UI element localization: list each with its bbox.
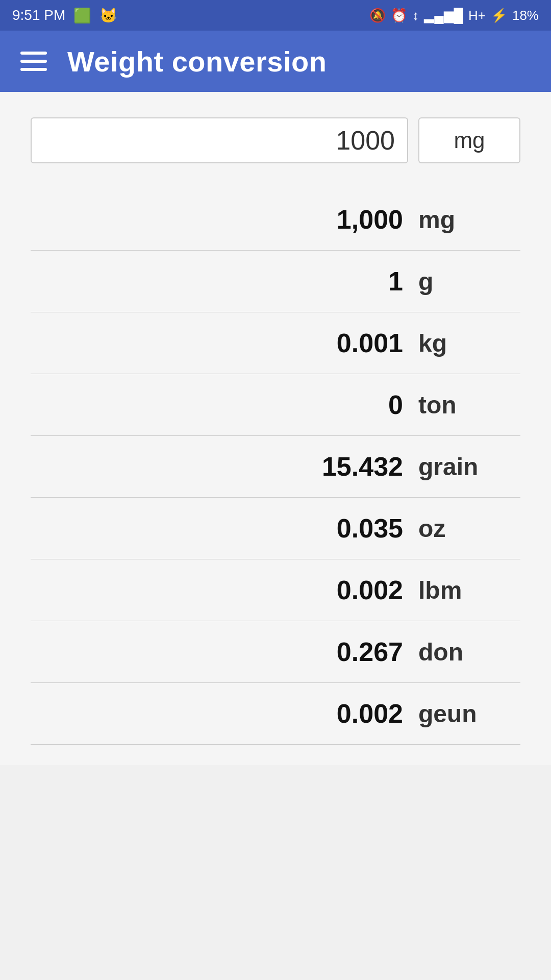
table-row: 0.035oz xyxy=(31,498,520,559)
conversion-unit: kg xyxy=(418,329,520,357)
conversion-value: 0 xyxy=(265,389,418,420)
menu-button[interactable] xyxy=(20,52,47,71)
conversion-value: 15.432 xyxy=(265,451,418,482)
conversion-value: 0.002 xyxy=(265,575,418,605)
mute-icon: 🔕 xyxy=(369,8,386,23)
conversion-unit: mg xyxy=(418,206,520,234)
conversion-value: 0.035 xyxy=(265,513,418,544)
menu-line-3 xyxy=(20,68,47,71)
notification-icon: 🟩 xyxy=(73,7,91,24)
conversion-unit: grain xyxy=(418,453,520,481)
conversion-unit: oz xyxy=(418,514,520,543)
conversion-value: 0.001 xyxy=(265,328,418,358)
conversion-value: 0.002 xyxy=(265,698,418,729)
battery-level: 18% xyxy=(512,8,539,23)
table-row: 0.002lbm xyxy=(31,559,520,621)
network-bars-icon: ▂▄▆█ xyxy=(424,8,463,23)
conversion-table: 1,000mg1g0.001kg0ton15.432grain0.035oz0.… xyxy=(31,189,520,745)
alarm-icon: ⏰ xyxy=(391,8,407,23)
menu-line-1 xyxy=(20,52,47,55)
app-header: Weight conversion xyxy=(0,31,551,92)
selected-unit: mg xyxy=(454,128,485,153)
conversion-unit: g xyxy=(418,267,520,296)
conversion-unit: don xyxy=(418,638,520,666)
conversion-value: 1 xyxy=(265,266,418,297)
conversion-unit: ton xyxy=(418,391,520,419)
table-row: 0ton xyxy=(31,374,520,436)
menu-line-2 xyxy=(20,60,47,63)
conversion-unit: geun xyxy=(418,700,520,728)
main-content: mg 1,000mg1g0.001kg0ton15.432grain0.035o… xyxy=(0,92,551,765)
table-row: 1g xyxy=(31,251,520,312)
unit-selector[interactable]: mg xyxy=(418,117,520,163)
weight-input[interactable] xyxy=(31,117,408,163)
input-row: mg xyxy=(31,117,520,163)
charging-icon: ⚡ xyxy=(491,8,507,23)
status-time: 9:51 PM xyxy=(12,7,65,23)
conversion-value: 0.267 xyxy=(265,636,418,667)
table-row: 0.002geun xyxy=(31,683,520,745)
status-bar: 9:51 PM 🟩 🐱 🔕 ⏰ ↕ ▂▄▆█ H+ ⚡ 18% xyxy=(0,0,551,31)
app-icon: 🐱 xyxy=(99,7,117,24)
status-bar-right: 🔕 ⏰ ↕ ▂▄▆█ H+ ⚡ 18% xyxy=(369,8,539,23)
network-type: H+ xyxy=(468,8,486,23)
table-row: 0.267don xyxy=(31,621,520,683)
conversion-unit: lbm xyxy=(418,576,520,604)
page-title: Weight conversion xyxy=(67,45,327,78)
signal-icon: ↕ xyxy=(412,8,419,23)
table-row: 0.001kg xyxy=(31,312,520,374)
conversion-value: 1,000 xyxy=(265,204,418,235)
table-row: 1,000mg xyxy=(31,189,520,251)
table-row: 15.432grain xyxy=(31,436,520,498)
status-bar-left: 9:51 PM 🟩 🐱 xyxy=(12,7,117,24)
